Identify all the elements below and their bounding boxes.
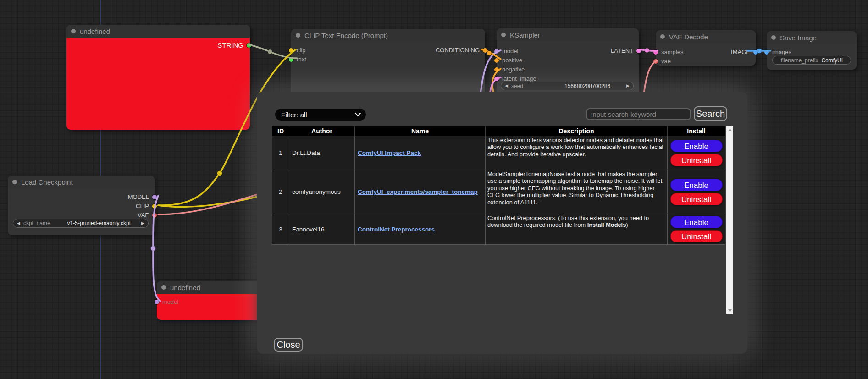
cell-name: ComfyUI_experiments/sampler_tonemap	[355, 170, 486, 214]
comfyui-canvas[interactable]: undefined STRING CLIP Text Encode (Promp…	[0, 0, 868, 379]
next-icon[interactable]: ▶	[626, 84, 630, 88]
input-label: negative	[502, 66, 525, 73]
next-icon[interactable]: ▶	[141, 221, 144, 225]
cell-install: Enable Uninstall	[668, 170, 725, 214]
node-vae-decode[interactable]: VAE Decode samples vae IMAGE	[656, 30, 756, 66]
prev-icon[interactable]: ◀	[505, 84, 508, 88]
conditioning-port-icon[interactable]	[494, 58, 499, 63]
reroute-dot	[151, 246, 156, 251]
node-title-label: undefined	[170, 284, 200, 291]
text-port-icon[interactable]	[289, 57, 293, 62]
string-port-icon[interactable]	[247, 43, 251, 48]
search-button[interactable]: Search	[694, 106, 727, 121]
widget-value: ComfyUI	[821, 57, 843, 64]
input-vae: vae	[653, 58, 671, 65]
input-negative: negative	[494, 66, 525, 73]
conditioning-port-icon[interactable]	[483, 48, 487, 53]
widget-value: 156680208700286	[564, 83, 610, 89]
uninstall-button[interactable]: Uninstall	[670, 154, 723, 166]
input-label: clip	[297, 47, 306, 54]
node-title-label: undefined	[80, 27, 110, 35]
extensions-table-container: ID Author Name Description Install 1 Dr.…	[272, 126, 733, 314]
cell-description: This extension offers various detector n…	[486, 136, 668, 170]
seed-widget[interactable]: ◀ seed 156680208700286 ▶	[501, 82, 634, 90]
cell-id: 2	[272, 170, 289, 214]
node-load-checkpoint[interactable]: Load Checkpoint MODEL CLIP VAE ◀ ckpt_na…	[8, 176, 155, 235]
node-title-bar[interactable]: undefined	[66, 25, 250, 38]
collapse-dot-icon[interactable]	[296, 33, 300, 38]
error-node-body	[157, 294, 260, 320]
wire-vae-out	[158, 190, 271, 214]
vae-port-icon[interactable]	[152, 213, 157, 218]
error-node-body	[66, 38, 250, 130]
node-undefined-top[interactable]: undefined STRING	[66, 25, 250, 130]
cell-description: ControlNet Preprocessors. (To use this e…	[486, 214, 668, 245]
table-scrollbar[interactable]	[726, 126, 733, 314]
node-title-bar[interactable]: undefined	[157, 281, 260, 294]
collapse-dot-icon[interactable]	[660, 34, 665, 39]
latent-port-icon[interactable]	[494, 77, 499, 81]
latent-port-icon[interactable]	[636, 49, 641, 53]
node-ksampler[interactable]: KSampler model positive negative latent_…	[497, 28, 639, 97]
col-id: ID	[272, 126, 289, 136]
model-port-icon[interactable]	[152, 195, 157, 199]
cell-author: Dr.Lt.Data	[289, 136, 355, 170]
clip-port-icon[interactable]	[152, 204, 157, 209]
filename-prefix-widget[interactable]: filename_prefix ComfyUI	[772, 56, 851, 65]
reroute-dot	[487, 51, 492, 55]
model-port-icon[interactable]	[155, 300, 159, 304]
prev-icon[interactable]: ◀	[17, 221, 20, 225]
collapse-dot-icon[interactable]	[771, 35, 776, 40]
clip-port-icon[interactable]	[289, 48, 293, 53]
extension-link[interactable]: ComfyUI Impact Pack	[358, 149, 421, 156]
collapse-dot-icon[interactable]	[12, 180, 17, 184]
node-title-bar[interactable]: VAE Decode	[656, 30, 756, 43]
vae-port-icon[interactable]	[653, 59, 658, 64]
node-title-label: KSampler	[510, 31, 540, 39]
extension-link[interactable]: ControlNet Preprocessors	[358, 226, 435, 233]
model-port-icon[interactable]	[494, 49, 499, 54]
node-title-bar[interactable]: KSampler	[497, 28, 639, 41]
uninstall-button[interactable]: Uninstall	[670, 193, 723, 205]
conditioning-port-icon[interactable]	[494, 67, 499, 72]
input-model: model	[494, 48, 518, 55]
ckpt-name-widget[interactable]: ◀ ckpt_name v1-5-pruned-emaonly.ckpt ▶	[13, 219, 149, 228]
image-port-icon[interactable]	[764, 50, 769, 55]
enable-button[interactable]: Enable	[670, 179, 723, 191]
col-name: Name	[355, 126, 486, 136]
table-header-row: ID Author Name Description Install	[272, 126, 725, 136]
wire-clip-branch	[158, 192, 273, 207]
enable-button[interactable]: Enable	[670, 216, 723, 228]
table-row: 2 comfyanonymous ComfyUI_experiments/sam…	[272, 170, 725, 214]
node-undefined-bottom[interactable]: undefined model	[157, 281, 260, 320]
node-title-bar[interactable]: Load Checkpoint	[8, 176, 155, 188]
filter-select[interactable]: Filter: all	[275, 109, 366, 121]
node-clip-text-encode[interactable]: CLIP Text Encode (Prompt) clip text COND…	[291, 29, 485, 98]
scroll-up-icon[interactable]	[728, 128, 732, 131]
input-positive: positive	[494, 57, 522, 64]
node-title-label: CLIP Text Encode (Prompt)	[304, 32, 388, 39]
node-save-image[interactable]: Save Image images filename_prefix ComfyU…	[767, 31, 857, 70]
node-title-bar[interactable]: CLIP Text Encode (Prompt)	[291, 29, 485, 42]
node-title-label: Load Checkpoint	[21, 178, 73, 186]
scroll-down-icon[interactable]	[728, 309, 732, 312]
collapse-dot-icon[interactable]	[161, 285, 166, 290]
output-conditioning: CONDITIONING	[436, 47, 487, 54]
enable-button[interactable]: Enable	[670, 140, 723, 152]
collapse-dot-icon[interactable]	[71, 29, 76, 33]
search-input[interactable]	[586, 108, 691, 120]
input-samples: samples	[653, 49, 683, 55]
collapse-dot-icon[interactable]	[501, 33, 506, 37]
node-title-bar[interactable]: Save Image	[767, 31, 857, 44]
close-button[interactable]: Close	[274, 338, 303, 352]
description-text: )	[626, 221, 628, 228]
cell-install: Enable Uninstall	[668, 136, 725, 170]
image-port-icon[interactable]	[753, 50, 758, 55]
output-string: STRING	[217, 41, 248, 49]
output-clip: CLIP	[136, 203, 157, 209]
extension-link[interactable]: ComfyUI_experiments/sampler_tonemap	[358, 188, 478, 195]
custom-nodes-manager-dialog: Filter: all Search ID Author Name Descri…	[257, 92, 747, 354]
widget-label: seed	[511, 83, 523, 89]
latent-port-icon[interactable]	[653, 50, 658, 55]
uninstall-button[interactable]: Uninstall	[670, 230, 723, 242]
